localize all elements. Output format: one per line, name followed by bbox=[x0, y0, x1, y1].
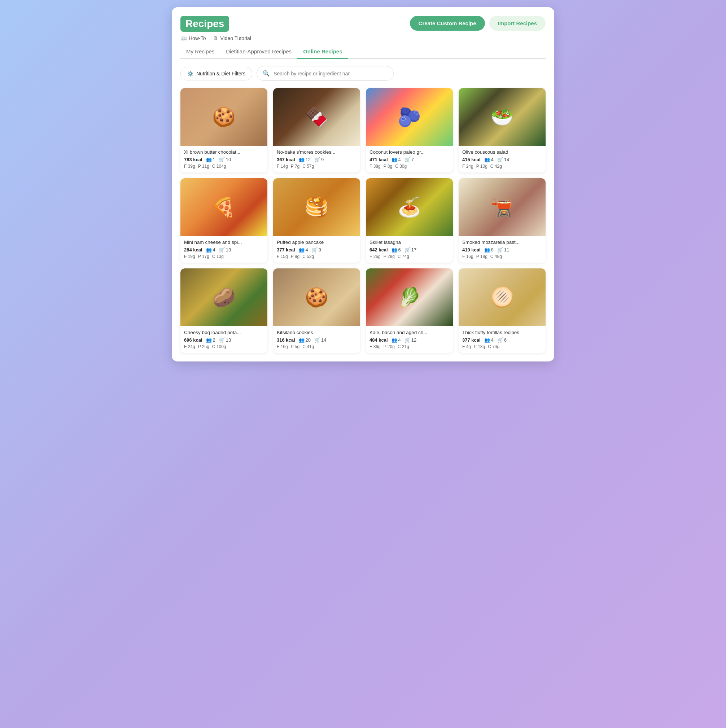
recipe-servings: 👥 4 bbox=[299, 247, 308, 252]
recipe-servings: 👥 20 bbox=[299, 337, 311, 343]
recipe-protein: P 28g bbox=[384, 254, 395, 259]
cart-icon: 🛒 bbox=[404, 247, 410, 252]
recipe-card[interactable]: 🥬 Kale, bacon and aged ch... 484 kcal 👥 … bbox=[366, 268, 453, 353]
recipe-name: Kitsilano cookies bbox=[277, 330, 357, 335]
recipe-carbs: C 104g bbox=[212, 164, 226, 169]
header: Recipes 📖 How-To 🖥 Video Tutorial Create… bbox=[181, 16, 545, 41]
recipe-protein: P 10g bbox=[476, 164, 487, 169]
import-recipes-button[interactable]: Import Recipes bbox=[489, 16, 545, 31]
recipe-protein: P 9g bbox=[291, 254, 300, 259]
recipe-card[interactable]: 🍫 No-bake s'mores cookies... 367 kcal 👥 … bbox=[273, 88, 360, 173]
search-bar[interactable]: 🔍 bbox=[257, 66, 394, 81]
recipe-card[interactable]: 🥞 Puffed apple pancake 377 kcal 👥 4 🛒 9 … bbox=[273, 178, 360, 263]
recipe-name: Smoked mozzarella past... bbox=[462, 240, 542, 245]
how-to-link[interactable]: 📖 How-To bbox=[181, 35, 206, 41]
recipe-carbs: C 74g bbox=[488, 344, 499, 349]
recipe-kcal: 484 kcal bbox=[369, 337, 388, 343]
recipe-card[interactable]: 🥗 Olive couscous salad 415 kcal 👥 4 🛒 14… bbox=[459, 88, 545, 173]
recipe-servings: 👥 4 bbox=[392, 337, 401, 343]
recipe-info: No-bake s'mores cookies... 367 kcal 👥 12… bbox=[273, 146, 360, 173]
recipe-stats: 377 kcal 👥 4 🛒 9 bbox=[277, 247, 357, 252]
tab-my-recipes[interactable]: My Recipes bbox=[181, 45, 220, 59]
recipe-fat: F 14g bbox=[277, 164, 288, 169]
recipe-kcal: 410 kcal bbox=[462, 247, 481, 252]
recipe-servings: 👥 6 bbox=[392, 247, 401, 252]
recipe-fat: F 24g bbox=[184, 344, 195, 349]
recipe-carbs: C 21g bbox=[398, 344, 409, 349]
recipe-name: Kale, bacon and aged ch... bbox=[369, 330, 449, 335]
recipe-image: 🍪 bbox=[181, 88, 267, 146]
recipe-fat: F 4g bbox=[462, 344, 471, 349]
recipe-carbs: C 42g bbox=[490, 164, 502, 169]
monitor-icon: 🖥 bbox=[213, 35, 218, 41]
create-custom-recipe-button[interactable]: Create Custom Recipe bbox=[410, 16, 485, 31]
recipe-cart: 🛒 6 bbox=[497, 337, 507, 343]
servings-icon: 👥 bbox=[484, 157, 490, 162]
recipe-fat: F 26g bbox=[369, 254, 381, 259]
filters-bar: ⚙️ Nutrition & Diet Filters 🔍 bbox=[181, 66, 545, 81]
recipe-image: 🥗 bbox=[459, 88, 545, 146]
header-buttons: Create Custom Recipe Import Recipes bbox=[410, 16, 545, 31]
servings-icon: 👥 bbox=[206, 247, 212, 252]
servings-icon: 👥 bbox=[299, 247, 305, 252]
recipe-card[interactable]: 🫓 Thick fluffy tortillas recipes 377 kca… bbox=[459, 268, 545, 353]
recipe-kcal: 377 kcal bbox=[277, 247, 295, 252]
recipe-protein: P 17g bbox=[198, 254, 209, 259]
cart-icon: 🛒 bbox=[219, 337, 225, 343]
recipe-info: Kale, bacon and aged ch... 484 kcal 👥 4 … bbox=[366, 326, 453, 353]
recipe-card[interactable]: 🫕 Smoked mozzarella past... 410 kcal 👥 8… bbox=[459, 178, 545, 263]
recipe-macros: F 39g P 11g C 104g bbox=[184, 164, 264, 169]
recipe-fat: F 39g bbox=[184, 164, 195, 169]
tab-dietitian-approved[interactable]: Dietitian-Approved Recipes bbox=[220, 45, 297, 59]
recipe-cart: 🛒 9 bbox=[314, 157, 324, 162]
recipe-stats: 377 kcal 👥 4 🛒 6 bbox=[462, 337, 542, 343]
recipe-stats: 783 kcal 👥 1 🛒 10 bbox=[184, 157, 264, 162]
tab-online-recipes[interactable]: Online Recipes bbox=[297, 45, 348, 59]
recipe-cart: 🛒 11 bbox=[497, 247, 509, 252]
recipe-protein: P 18g bbox=[476, 254, 487, 259]
recipe-macros: F 15g P 9g C 53g bbox=[277, 254, 357, 259]
recipe-card[interactable]: 🍝 Skillet lasagna 642 kcal 👥 6 🛒 17 F 26… bbox=[366, 178, 453, 263]
cart-icon: 🛒 bbox=[497, 157, 503, 162]
recipe-cart: 🛒 7 bbox=[404, 157, 414, 162]
recipe-fat: F 16g bbox=[277, 344, 288, 349]
recipe-carbs: C 41g bbox=[302, 344, 314, 349]
recipe-carbs: C 74g bbox=[398, 254, 409, 259]
recipe-stats: 316 kcal 👥 20 🛒 14 bbox=[277, 337, 357, 343]
recipe-cart: 🛒 13 bbox=[219, 247, 231, 252]
cart-icon: 🛒 bbox=[497, 247, 503, 252]
recipe-card[interactable]: 🍪 Xl brown butter chocolat... 783 kcal 👥… bbox=[181, 88, 267, 173]
recipe-name: Xl brown butter chocolat... bbox=[184, 149, 264, 155]
recipe-card[interactable]: 🫐 Coconut lovers paleo gr... 471 kcal 👥 … bbox=[366, 88, 453, 173]
recipe-carbs: C 57g bbox=[302, 164, 314, 169]
recipe-image: 🍪 bbox=[273, 268, 360, 326]
cart-icon: 🛒 bbox=[404, 337, 410, 343]
recipe-image: 🫐 bbox=[366, 88, 453, 146]
video-tutorial-link[interactable]: 🖥 Video Tutorial bbox=[213, 35, 251, 41]
recipe-cart: 🛒 14 bbox=[314, 337, 326, 343]
servings-icon: 👥 bbox=[484, 337, 490, 343]
recipe-card[interactable]: 🍪 Kitsilano cookies 316 kcal 👥 20 🛒 14 F… bbox=[273, 268, 360, 353]
recipe-protein: P 11g bbox=[198, 164, 209, 169]
recipe-info: Olive couscous salad 415 kcal 👥 4 🛒 14 F… bbox=[459, 146, 545, 173]
recipe-card[interactable]: 🍕 Mini ham cheese and spi... 284 kcal 👥 … bbox=[181, 178, 267, 263]
recipe-macros: F 38g P 8g C 30g bbox=[369, 164, 449, 169]
nutrition-diet-filter-button[interactable]: ⚙️ Nutrition & Diet Filters bbox=[181, 67, 252, 80]
book-icon: 📖 bbox=[181, 35, 187, 41]
recipe-servings: 👥 8 bbox=[484, 247, 494, 252]
recipe-card[interactable]: 🥔 Cheesy bbq loaded pota... 696 kcal 👥 2… bbox=[181, 268, 267, 353]
header-left: Recipes 📖 How-To 🖥 Video Tutorial bbox=[181, 16, 251, 41]
recipe-kcal: 316 kcal bbox=[277, 337, 295, 343]
cart-icon: 🛒 bbox=[314, 157, 320, 162]
recipe-macros: F 24g P 10g C 42g bbox=[462, 164, 542, 169]
search-input[interactable] bbox=[274, 71, 388, 76]
recipe-name: Thick fluffy tortillas recipes bbox=[462, 330, 542, 335]
recipe-info: Mini ham cheese and spi... 284 kcal 👥 4 … bbox=[181, 236, 267, 263]
recipe-carbs: C 30g bbox=[395, 164, 407, 169]
servings-icon: 👥 bbox=[299, 337, 305, 343]
recipe-stats: 484 kcal 👥 4 🛒 12 bbox=[369, 337, 449, 343]
recipe-carbs: C 13g bbox=[212, 254, 224, 259]
recipe-stats: 471 kcal 👥 4 🛒 7 bbox=[369, 157, 449, 162]
recipe-info: Cheesy bbq loaded pota... 696 kcal 👥 2 🛒… bbox=[181, 326, 267, 353]
recipe-cart: 🛒 10 bbox=[219, 157, 231, 162]
